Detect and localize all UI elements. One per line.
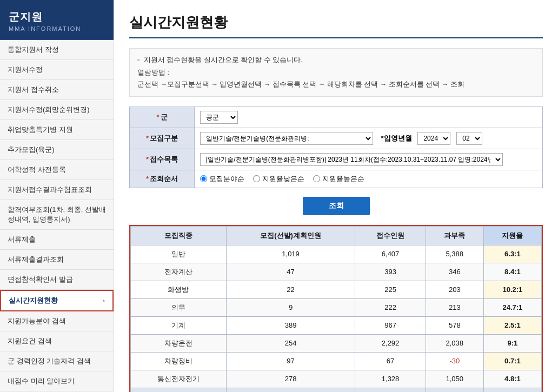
cell-7-3: 1,050 xyxy=(426,370,483,388)
sidebar-subtitle: MMA INFORMATION xyxy=(9,25,105,32)
cell-4-1: 389 xyxy=(226,316,355,334)
cell-3-4: 24.7:1 xyxy=(483,298,541,316)
sidebar-item-7[interactable]: 지원서접수결과수험표조회 xyxy=(0,180,114,200)
cell-7-2: 1,328 xyxy=(355,370,426,388)
receipt-select[interactable]: [일반기술/전문기술병(전문화관리병포함)] 2023년 11회차(접수:202… xyxy=(200,153,503,166)
sidebar-item-label-15: 군 경력인정 기술자격 검색 xyxy=(8,356,91,366)
radio-low[interactable]: 지원율낮은순 xyxy=(253,174,304,184)
sidebar-item-10[interactable]: 서류제출결과조회 xyxy=(0,250,114,270)
cell-4-0: 기계 xyxy=(131,316,227,334)
radio-high[interactable]: 지원율높은순 xyxy=(313,174,364,184)
cell-5-0: 차량운전 xyxy=(131,334,227,352)
col-header-3: 과부족 xyxy=(426,226,483,245)
cell-5-3: 2,038 xyxy=(426,334,483,352)
receipt-label: *접수목록 xyxy=(130,149,195,170)
cell-2-4: 10.2:1 xyxy=(483,281,541,298)
sidebar-item-label-13: 지원가능분야 검색 xyxy=(8,316,66,326)
sidebar-item-label-3: 지원서수정(희망순위변경) xyxy=(8,105,90,115)
sidebar-item-2[interactable]: 지원서 접수취소 xyxy=(0,80,114,100)
sidebar-item-9[interactable]: 서류제출 xyxy=(0,230,114,250)
cell-7-4: 4.8:1 xyxy=(483,370,541,388)
sidebar-item-8[interactable]: 합격여부조회(1차, 최종, 선발배정내역, 입영통지서) xyxy=(0,200,114,230)
cell-2-0: 화생방 xyxy=(131,281,227,298)
sidebar-item-14[interactable]: 지원요건 검색 xyxy=(0,331,114,351)
table-row: 의무922221324.7:1 xyxy=(131,298,542,316)
sidebar-item-3[interactable]: 지원서수정(희망순위변경) xyxy=(0,100,114,120)
cell-3-3: 213 xyxy=(426,298,483,316)
sidebar-item-1[interactable]: 지원서수정 xyxy=(0,60,114,80)
cell-1-4: 8.4:1 xyxy=(483,263,541,281)
cell-5-1: 254 xyxy=(226,334,355,352)
col-header-2: 접수인원 xyxy=(355,226,426,245)
table-row: 전자계산473933468.4:1 xyxy=(131,263,542,281)
col-header-0: 모집직종 xyxy=(131,226,227,245)
main-content: 실시간지원현황 ◦ 지원서 접수현황을 실시간으로 확인할 수 있습니다. 열람… xyxy=(114,0,558,392)
mozip-select[interactable]: 일반기술/전문기술병(전문화관리병: xyxy=(200,132,373,145)
sidebar-header: 군지원 MMA INFORMATION xyxy=(0,0,114,40)
sidebar-item-15[interactable]: 군 경력인정 기술자격 검색 xyxy=(0,351,114,371)
cell-2-1: 22 xyxy=(226,281,355,298)
cell-1-3: 346 xyxy=(426,263,483,281)
cell-3-2: 222 xyxy=(355,298,426,316)
sidebar-item-0[interactable]: 통합지원서 작성 xyxy=(0,40,114,60)
cell-7-1: 278 xyxy=(226,370,355,388)
cell-6-0: 차량정비 xyxy=(131,352,227,370)
sidebar-item-label-2: 지원서 접수취소 xyxy=(8,85,59,95)
form-table: *군 공군 육군 해군 해병대 *모집구분 일반기술/전문 xyxy=(129,107,543,188)
cell-2-2: 225 xyxy=(355,281,426,298)
bullet-icon: ◦ xyxy=(137,56,140,64)
sidebar-item-label-9: 서류제출 xyxy=(8,235,36,244)
table-row: 차량운전2542,2922,0389:1 xyxy=(131,334,542,352)
radio-group: 모집분야순 지원율낮은순 지원율높은순 xyxy=(200,174,537,184)
data-table: 모집직종모집(선발)계획인원접수인원과부족지원율 일반1,0196,4075,3… xyxy=(130,226,542,393)
sidebar-item-5[interactable]: 추가모집(육군) xyxy=(0,140,114,160)
order-label: *조회순서 xyxy=(130,170,195,188)
month-select[interactable]: 02 01 03 xyxy=(456,132,482,145)
cell-2-3: 203 xyxy=(426,281,483,298)
mozip-label: *모집구분 xyxy=(130,128,195,149)
receipt-cell: [일반기술/전문기술병(전문화관리병포함)] 2023년 11회차(접수:202… xyxy=(195,149,543,170)
sidebar-item-label-10: 서류제출결과조회 xyxy=(8,255,64,264)
cell-6-4: 0.7:1 xyxy=(483,352,541,370)
sidebar-item-6[interactable]: 어학성적 사전등록 xyxy=(0,160,114,180)
cell-0-0: 일반 xyxy=(131,245,227,263)
table-row: 차량정비9767-300.7:1 xyxy=(131,352,542,370)
radio-mozip[interactable]: 모집분야순 xyxy=(200,174,244,184)
sidebar-item-label-11: 면접참석확인서 발급 xyxy=(8,275,73,284)
table-row: 통신전자전기2781,3281,0504.8:1 xyxy=(131,370,542,388)
cell-8-0: 합계 xyxy=(131,388,227,392)
cell-4-2: 967 xyxy=(355,316,426,334)
cell-3-0: 의무 xyxy=(131,298,227,316)
info-line1: 지원서 접수현황을 실시간으로 확인할 수 있습니다. xyxy=(144,56,303,64)
cell-4-3: 578 xyxy=(426,316,483,334)
sidebar-item-16[interactable]: 내점수 미리 알아보기 xyxy=(0,371,114,391)
cell-8-1: 2,115 xyxy=(226,388,355,392)
year-select[interactable]: 2024 2023 2025 xyxy=(417,132,450,145)
cell-6-1: 97 xyxy=(226,352,355,370)
sidebar-title: 군지원 xyxy=(9,10,105,24)
info-box: ◦ 지원서 접수현황을 실시간으로 확인할 수 있습니다. 열람방법 : 군선택… xyxy=(129,48,543,97)
sidebar-item-label-12: 실시간지원현황 xyxy=(9,296,58,305)
gun-label: *군 xyxy=(130,107,195,128)
cell-0-4: 6.3:1 xyxy=(483,245,541,263)
sidebar-item-label-0: 통합지원서 작성 xyxy=(8,45,59,55)
year-label: *입영년월 xyxy=(381,134,411,142)
cell-8-4: 5.6:1 xyxy=(483,388,541,392)
gun-cell: 공군 육군 해군 해병대 xyxy=(195,107,543,128)
col-header-1: 모집(선발)계획인원 xyxy=(226,226,355,245)
col-header-4: 지원율 xyxy=(483,226,541,245)
order-cell: 모집분야순 지원율낮은순 지원율높은순 xyxy=(195,170,543,188)
sidebar-item-4[interactable]: 취업맞춤특기병 지원 xyxy=(0,120,114,140)
gun-select[interactable]: 공군 육군 해군 해병대 xyxy=(200,111,238,124)
sidebar-item-12[interactable]: 실시간지원현황› xyxy=(0,290,114,311)
search-button[interactable]: 조회 xyxy=(303,197,370,215)
cell-0-2: 6,407 xyxy=(355,245,426,263)
cell-0-1: 1,019 xyxy=(226,245,355,263)
sidebar-item-11[interactable]: 면접참석확인서 발급 xyxy=(0,270,114,290)
sidebar-item-label-16: 내점수 미리 알아보기 xyxy=(8,376,75,386)
sidebar-item-13[interactable]: 지원가능분야 검색 xyxy=(0,311,114,331)
cell-4-4: 2.5:1 xyxy=(483,316,541,334)
cell-6-2: 67 xyxy=(355,352,426,370)
cell-0-3: 5,388 xyxy=(426,245,483,263)
sidebar-item-label-5: 추가모집(육군) xyxy=(8,145,55,155)
